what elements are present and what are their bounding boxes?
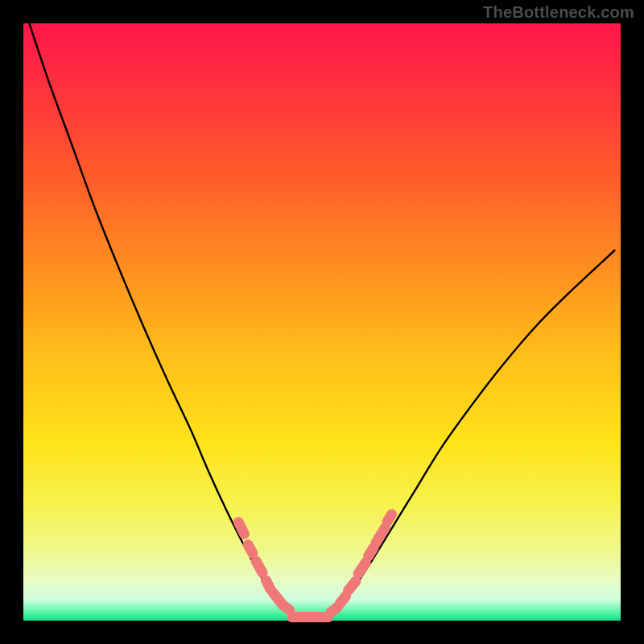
watermark-label: TheBottleneck.com	[483, 3, 634, 22]
curve-marker	[340, 596, 345, 603]
curve-marker	[348, 581, 355, 591]
curve-marker	[266, 580, 270, 589]
bottleneck-chart	[0, 0, 644, 644]
curve-marker	[238, 522, 244, 535]
curve-marker	[283, 605, 289, 610]
curve-marker	[387, 514, 391, 522]
chart-container: TheBottleneck.com	[0, 0, 644, 644]
plot-background	[23, 23, 621, 621]
curve-marker	[248, 545, 253, 553]
curve-marker	[358, 563, 365, 574]
curve-marker	[256, 561, 262, 572]
curve-marker	[331, 608, 337, 613]
curve-marker	[369, 548, 374, 556]
